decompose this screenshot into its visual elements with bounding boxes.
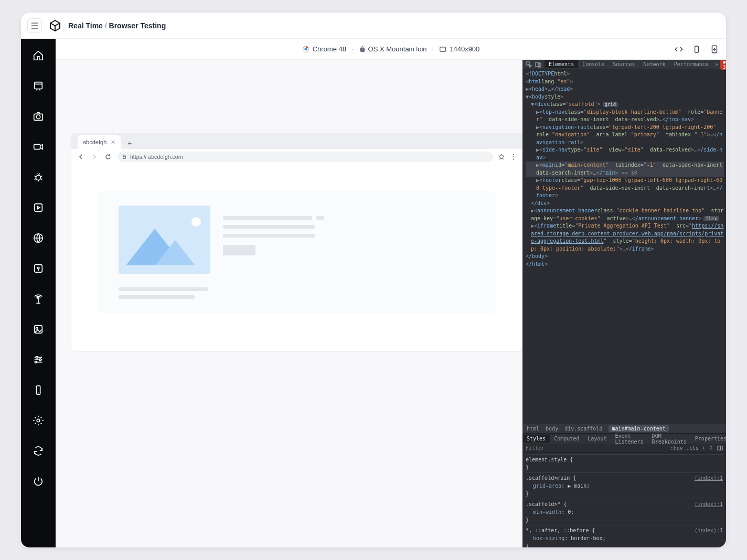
- lock-icon: [122, 154, 127, 159]
- apple-icon: [359, 46, 365, 53]
- dom-node[interactable]: ▶<announcement-bannerclass="cookie-banne…: [526, 207, 724, 222]
- rail-home[interactable]: [28, 45, 49, 66]
- dom-node[interactable]: ▶<top-navclass="display-block hairline-b…: [526, 109, 724, 124]
- svg-rect-26: [123, 156, 126, 158]
- panel-icon[interactable]: [717, 445, 723, 451]
- rail-location[interactable]: [28, 258, 49, 279]
- cls-toggle[interactable]: .cls: [686, 445, 699, 451]
- new-tab-button[interactable]: +: [124, 137, 135, 149]
- rail-sync[interactable]: [28, 440, 49, 461]
- antenna-icon: [33, 293, 44, 305]
- browser-window: abcdefgh ✕ + https:// abcdefgh.com: [71, 133, 522, 351]
- browser-menu[interactable]: ⋮: [510, 153, 517, 161]
- env-os[interactable]: OS X Mountain loin: [359, 45, 427, 53]
- rail-device[interactable]: [28, 380, 49, 401]
- svg-point-12: [38, 297, 39, 299]
- tab-title: abcdefgh: [83, 139, 106, 145]
- url-bar: https:// abcdefgh.com ⋮: [71, 149, 522, 165]
- tab-strip: abcdefgh ✕ +: [71, 133, 522, 149]
- styles-body[interactable]: element.style {}.scaffold>main {(index):…: [522, 453, 726, 547]
- pin-icon[interactable]: [708, 445, 714, 451]
- hov-toggle[interactable]: :hov: [670, 445, 683, 451]
- style-rule[interactable]: element.style {}: [526, 454, 723, 472]
- install-app[interactable]: [709, 44, 720, 55]
- url-input[interactable]: https:// abcdefgh.com: [118, 152, 493, 162]
- rail-record[interactable]: [28, 136, 49, 157]
- arrow-left-icon: [78, 154, 84, 160]
- dom-node[interactable]: </html>: [526, 261, 724, 268]
- env-resolution[interactable]: 1440x900: [439, 45, 479, 53]
- styles-filter-input[interactable]: [526, 445, 667, 451]
- svg-rect-24: [695, 46, 699, 52]
- rail-network[interactable]: [28, 288, 49, 309]
- svg-rect-28: [536, 62, 539, 67]
- bookmark-button[interactable]: [498, 154, 505, 160]
- dom-node[interactable]: <htmllang="en">: [526, 78, 724, 86]
- rail-sliders[interactable]: [28, 349, 49, 370]
- browser-tab[interactable]: abcdefgh ✕: [78, 135, 121, 149]
- dom-node[interactable]: ▼<divclass="scaffold">grid: [526, 101, 724, 109]
- svg-point-7: [36, 175, 40, 180]
- dom-node[interactable]: ▶<iframetitle="Private Aggregation API T…: [526, 222, 724, 253]
- back-button[interactable]: [77, 153, 85, 161]
- rail-globe[interactable]: [28, 228, 49, 249]
- map-pin-icon: [33, 263, 44, 274]
- device-rotate[interactable]: [691, 44, 702, 55]
- rail-settings[interactable]: [28, 410, 49, 431]
- error-count[interactable]: ◉ 3: [720, 59, 726, 70]
- rail-play[interactable]: [28, 197, 49, 218]
- arrow-right-icon: [91, 154, 98, 160]
- breadcrumb-item[interactable]: div.scaffold: [564, 426, 602, 432]
- power-icon: [33, 476, 44, 487]
- tab-close-icon[interactable]: ✕: [111, 139, 115, 146]
- menu-button[interactable]: [27, 18, 42, 33]
- svg-rect-3: [35, 82, 42, 89]
- breadcrumb-item[interactable]: html: [527, 426, 539, 432]
- chrome-icon: [302, 46, 310, 53]
- dom-node[interactable]: ▶<footerclass="gap-top-1000 lg:pad-left-…: [526, 177, 724, 200]
- dom-node[interactable]: </body>: [526, 253, 724, 261]
- svg-rect-6: [34, 144, 40, 149]
- rail-app[interactable]: [28, 76, 49, 96]
- rail-screenshot[interactable]: [28, 106, 49, 127]
- forward-button[interactable]: [90, 153, 99, 161]
- style-rule[interactable]: .scaffold>* {(index):1min-width: 0;}: [526, 499, 723, 525]
- devtools-tab-elements[interactable]: Elements: [545, 60, 578, 68]
- reload-button[interactable]: [104, 153, 112, 161]
- play-square-icon: [33, 202, 44, 213]
- add-rule-icon[interactable]: +: [702, 445, 705, 451]
- dom-node[interactable]: </div>: [526, 200, 724, 208]
- dom-tree[interactable]: <!DOCTYPEhtml><htmllang="en">▶<head>…</h…: [522, 69, 726, 424]
- style-rule[interactable]: .scaffold>main {(index):1grid-area: ▶ ma…: [526, 472, 723, 499]
- devtools-tab-sources[interactable]: Sources: [609, 60, 639, 68]
- devtools-panel: ElementsConsoleSourcesNetworkPerformance…: [522, 60, 726, 547]
- device-toggle-icon[interactable]: [535, 61, 541, 68]
- env-browser[interactable]: Chrome 48: [302, 45, 346, 53]
- dom-node[interactable]: ▶<head>…</head>: [526, 85, 724, 93]
- breadcrumb-item[interactable]: main#main-content: [609, 425, 668, 432]
- style-rule[interactable]: *, ::after, ::before {(index):1box-sizin…: [526, 525, 723, 547]
- dom-node[interactable]: ▼<bodystyle>: [526, 93, 724, 101]
- styles-tab-computed[interactable]: Computed: [550, 435, 583, 443]
- devtools-tab-network[interactable]: Network: [639, 60, 669, 68]
- home-icon: [33, 50, 44, 61]
- rail-visual[interactable]: [28, 319, 49, 340]
- more-tabs-icon[interactable]: »: [713, 61, 720, 67]
- rail-bugs[interactable]: [28, 167, 49, 188]
- styles-tab-styles[interactable]: Styles: [522, 435, 550, 443]
- dom-node[interactable]: <!DOCTYPEhtml>: [526, 70, 724, 78]
- inspect-icon[interactable]: [526, 61, 532, 68]
- rail-power[interactable]: [28, 471, 49, 492]
- environment-bar: Chrome 48 · OS X Mountain loin · 1440x90…: [56, 39, 726, 60]
- logo-icon: [48, 19, 62, 33]
- dom-node[interactable]: ▶<mainid="main-content" tabindex="-1" da…: [526, 161, 724, 177]
- dom-node[interactable]: ▶<side-navtype="site" view="site" data-r…: [526, 146, 724, 161]
- styles-tab-properties[interactable]: Properties: [691, 435, 726, 443]
- dom-node[interactable]: ▶<navigation-railclass="lg:pad-left-200 …: [526, 124, 724, 147]
- breadcrumb-item[interactable]: body: [546, 426, 558, 432]
- devtools-tab-console[interactable]: Console: [578, 60, 609, 68]
- devtools-toggle[interactable]: [674, 44, 684, 55]
- video-icon: [33, 141, 44, 153]
- styles-tab-layout[interactable]: Layout: [583, 435, 611, 443]
- devtools-tab-performance[interactable]: Performance: [670, 60, 713, 68]
